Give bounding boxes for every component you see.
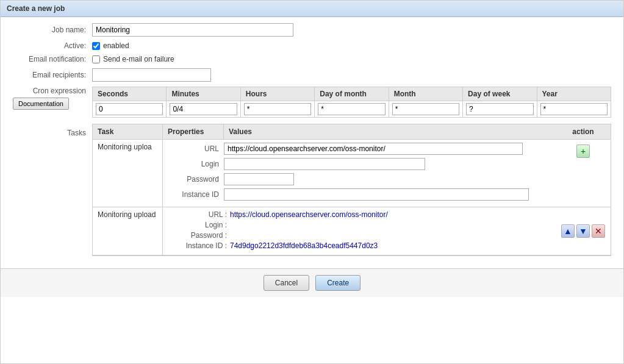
task-edit-name: Monitoring uploa xyxy=(93,140,163,207)
cron-month-cell xyxy=(389,101,462,118)
cron-col-day-of-week: Day of week xyxy=(463,87,537,101)
email-notification-row: Email notification: Send e-mail on failu… xyxy=(13,55,611,63)
cron-table: Seconds Minutes Hours Day of month Month… xyxy=(92,87,611,118)
tasks-col-action-header: action xyxy=(556,124,611,139)
task-edit-action-col: + xyxy=(556,140,611,207)
email-recipients-label: Email recipients: xyxy=(13,71,92,79)
cron-values-row xyxy=(93,101,611,118)
task-password-label: Password xyxy=(166,175,224,184)
task-summary-fields: URL : https://cloud.opensearchserver.com… xyxy=(163,207,556,255)
cron-hours-input[interactable] xyxy=(244,103,311,115)
cron-header-row: Seconds Minutes Hours Day of month Month… xyxy=(93,87,611,101)
cron-seconds-cell xyxy=(93,101,167,118)
task-edit-row: Monitoring uploa URL Login Password xyxy=(93,140,611,207)
task-summary-login: Login : xyxy=(169,221,550,229)
tasks-col-values-header: Values xyxy=(224,124,556,139)
task-summary-url-value: https://cloud.opensearchserver.com/oss-m… xyxy=(230,210,388,219)
cron-dow-input[interactable] xyxy=(466,103,533,115)
email-notification-label: Email notification: xyxy=(13,55,92,63)
task-summary-password-label: Password : xyxy=(169,231,230,240)
task-instance-id-input[interactable] xyxy=(224,188,529,201)
email-recipients-row: Email recipients: xyxy=(13,68,611,82)
active-row: Active: enabled xyxy=(13,41,611,50)
cron-dow-cell xyxy=(463,101,537,118)
task-summary-url-label: URL : xyxy=(169,210,230,219)
footer-bar: Cancel Create xyxy=(1,268,623,297)
cancel-button[interactable]: Cancel xyxy=(264,275,309,291)
task-url-label: URL xyxy=(166,145,224,153)
cron-dom-input[interactable] xyxy=(318,103,385,115)
tasks-col-props-header: Properties xyxy=(163,124,224,139)
task-instance-id-label: Instance ID xyxy=(166,190,224,199)
cron-col-minutes: Minutes xyxy=(167,87,240,101)
active-checkbox-label[interactable]: enabled xyxy=(92,41,129,50)
cron-col-year: Year xyxy=(537,87,611,101)
cron-minutes-cell xyxy=(167,101,240,118)
create-button[interactable]: Create xyxy=(315,275,360,291)
cron-label: Cron expression xyxy=(13,87,86,95)
task-move-up-button[interactable]: ▲ xyxy=(561,224,575,238)
task-summary-password: Password : xyxy=(169,231,550,240)
cron-col-day-of-month: Day of month xyxy=(315,87,389,101)
tasks-label: Tasks xyxy=(13,129,86,137)
job-name-label: Job name: xyxy=(13,26,92,34)
task-summary-url: URL : https://cloud.opensearchserver.com… xyxy=(169,210,550,219)
task-summary-row: Monitoring upload URL : https://cloud.op… xyxy=(93,207,611,255)
cron-month-input[interactable] xyxy=(392,103,459,115)
tasks-section: Tasks Task Properties Values action Moni… xyxy=(13,124,611,256)
active-label: Active: xyxy=(13,41,92,50)
task-instance-id-row: Instance ID xyxy=(163,188,556,201)
cron-col-hours: Hours xyxy=(240,87,314,101)
tasks-col-task-header: Task xyxy=(93,124,163,139)
task-password-input[interactable] xyxy=(224,173,294,185)
task-login-row: Login xyxy=(163,158,556,170)
tasks-col-inner: Properties Values xyxy=(163,124,556,139)
task-summary-instance-id-label: Instance ID : xyxy=(169,241,230,250)
cron-label-col: Cron expression Documentation xyxy=(13,87,92,110)
cron-section: Cron expression Documentation Seconds Mi… xyxy=(13,87,611,118)
task-password-row: Password xyxy=(163,173,556,185)
active-enabled-text: enabled xyxy=(103,41,129,50)
task-summary-actions: ▲ ▼ ✕ xyxy=(556,207,611,255)
cron-year-cell xyxy=(537,101,611,118)
job-name-input[interactable] xyxy=(92,23,293,37)
task-delete-button[interactable]: ✕ xyxy=(592,224,605,238)
cron-dom-cell xyxy=(315,101,389,118)
cron-minutes-input[interactable] xyxy=(170,103,237,115)
task-move-down-button[interactable]: ▼ xyxy=(576,224,590,238)
email-notification-checkbox-label[interactable]: Send e-mail on failure xyxy=(92,55,174,63)
task-add-button[interactable]: + xyxy=(576,145,590,158)
task-edit-fields: URL Login Password Instance ID xyxy=(163,140,556,207)
cron-col-month: Month xyxy=(389,87,462,101)
task-login-input[interactable] xyxy=(224,158,425,170)
tasks-header: Task Properties Values action xyxy=(93,124,611,140)
cron-seconds-input[interactable] xyxy=(96,103,163,115)
task-summary-instance-id: Instance ID : 74d9dgo2212d3fdfdeb68a3b4c… xyxy=(169,241,550,250)
cron-year-input[interactable] xyxy=(540,103,608,115)
documentation-button[interactable]: Documentation xyxy=(13,98,69,110)
task-url-row: URL xyxy=(163,143,556,155)
tasks-label-col: Tasks xyxy=(13,124,92,137)
task-url-input[interactable] xyxy=(224,143,523,155)
cron-col-seconds: Seconds xyxy=(93,87,167,101)
cron-hours-cell xyxy=(240,101,314,118)
job-name-row: Job name: xyxy=(13,23,611,37)
task-login-label: Login xyxy=(166,160,224,168)
task-summary-login-label: Login : xyxy=(169,221,230,229)
email-recipients-input[interactable] xyxy=(92,68,211,82)
email-notification-text: Send e-mail on failure xyxy=(103,55,174,63)
task-summary-instance-id-value: 74d9dgo2212d3fdfdeb68a3b4ceadf5447d0z3 xyxy=(230,241,378,250)
title-bar: Create a new job xyxy=(1,1,623,17)
active-checkbox[interactable] xyxy=(92,42,100,50)
email-notification-checkbox[interactable] xyxy=(92,55,100,63)
task-summary-name: Monitoring upload xyxy=(93,207,163,255)
tasks-content: Task Properties Values action Monitoring… xyxy=(92,124,611,256)
window-title: Create a new job xyxy=(7,4,65,13)
